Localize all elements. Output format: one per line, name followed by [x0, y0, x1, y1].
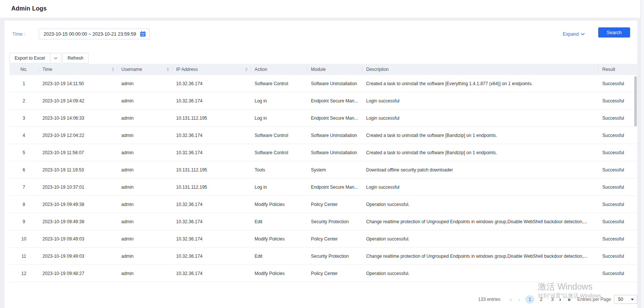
next-page-icon[interactable]: ›	[559, 297, 561, 302]
cell-action: Modify Policies	[250, 236, 307, 242]
cell-action: Modify Policies	[250, 202, 307, 207]
cell-ip: 10.131.112.195	[172, 116, 250, 121]
cell-description: Created a task to uninstall the software…	[362, 133, 598, 138]
search-button[interactable]: Search	[598, 27, 630, 38]
refresh-button[interactable]: Refresh	[62, 53, 89, 63]
page-number-3[interactable]: 3	[548, 295, 557, 303]
table-row: 82023-10-19 09:49:38admin10.32.36.174Mod…	[9, 196, 637, 213]
expand-label: Expand	[563, 32, 579, 37]
table-header: No.TimeUsernameIP AddressActionModuleDes…	[9, 64, 637, 75]
cell-time: 2023-10-19 09:49:38	[38, 219, 117, 224]
cell-username: admin	[117, 167, 172, 173]
cell-no: 11	[9, 254, 38, 259]
column-header-username[interactable]: Username	[117, 64, 172, 75]
page-number-1[interactable]: 1	[525, 295, 534, 303]
column-header-description: Description	[362, 64, 598, 75]
cell-action: Software Control	[250, 150, 307, 155]
cell-description: Download offline security patch download…	[362, 167, 598, 173]
cell-username: admin	[117, 98, 172, 104]
column-header-ip-address[interactable]: IP Address	[172, 64, 250, 75]
column-label: Module	[311, 67, 326, 72]
table-row: 102023-10-19 09:49:03admin10.32.36.174Mo…	[9, 230, 637, 248]
column-header-time[interactable]: Time	[38, 64, 117, 75]
cell-no: 1	[9, 81, 38, 86]
cell-module: Policy Center	[307, 236, 362, 242]
column-label: Time	[42, 67, 52, 72]
content-card: Time : 2023-10-15 00:00:00 ~ 2023-10-21 …	[5, 21, 637, 308]
cell-description: Change realtime protection of Ungrouped …	[362, 219, 598, 224]
cell-description: Created a task to uninstall the software…	[362, 150, 598, 155]
table-row: 92023-10-19 09:49:38admin10.32.36.174Edi…	[9, 213, 637, 230]
cell-ip: 10.32.36.174	[172, 150, 250, 155]
cell-result: Successful	[598, 98, 637, 104]
cell-action: Modify Policies	[250, 271, 307, 276]
cell-description: Login successful	[362, 116, 598, 121]
cell-action: Tools	[250, 167, 307, 173]
expand-link[interactable]: Expand	[563, 29, 585, 39]
table-row: 42023-10-19 12:04:22admin10.32.36.174Sof…	[9, 127, 637, 144]
cell-no: 2	[9, 98, 38, 104]
table-row: 22023-10-19 14:09:42admin10.32.36.174Log…	[9, 92, 637, 110]
cell-no: 6	[9, 167, 38, 173]
time-range-input[interactable]: 2023-10-15 00:00:00 ~ 2023-10-21 23:59:5…	[39, 29, 150, 39]
page-size-select[interactable]: 50	[614, 295, 637, 304]
window-scrollbar-track[interactable]	[640, 0, 644, 308]
sort-icon[interactable]	[112, 68, 114, 71]
cell-description: Operation successful.	[362, 271, 598, 276]
last-page-icon[interactable]: »	[568, 297, 571, 302]
cell-ip: 10.32.36.174	[172, 236, 250, 242]
cell-result: Successful	[598, 150, 637, 155]
cell-module: Endpoint Secure Man...	[307, 185, 362, 190]
cell-no: 9	[9, 219, 38, 224]
column-label: Username	[121, 67, 142, 72]
cell-time: 2023-10-19 10:37:01	[38, 185, 117, 190]
cell-module: Security Protection	[307, 254, 362, 259]
calendar-icon[interactable]	[140, 31, 146, 37]
cell-action: Log in	[250, 185, 307, 190]
cell-time: 2023-10-19 09:48:27	[38, 271, 117, 276]
first-page-icon[interactable]: «	[510, 297, 513, 302]
cell-time: 2023-10-19 11:19:53	[38, 167, 117, 173]
cell-ip: 10.32.36.174	[172, 133, 250, 138]
cell-username: admin	[117, 236, 172, 242]
table-row: 32023-10-19 14:06:33admin10.131.112.195L…	[9, 110, 637, 127]
cell-module: Policy Center	[307, 202, 362, 207]
cell-time: 2023-10-19 09:49:03	[38, 254, 117, 259]
cell-username: admin	[117, 185, 172, 190]
previous-page-icon[interactable]: ‹	[518, 297, 520, 302]
column-header-no: No.	[9, 64, 38, 75]
column-header-action: Action	[250, 64, 307, 75]
column-label: Description	[366, 67, 389, 72]
page-number-2[interactable]: 2	[537, 295, 546, 303]
cell-action: Software Control	[250, 81, 307, 86]
cell-result: Successful	[598, 202, 637, 207]
cell-description: Operation successful.	[362, 236, 598, 242]
column-label: No.	[20, 67, 27, 72]
sort-icon[interactable]	[167, 68, 169, 71]
export-to-excel-label[interactable]: Export to Excel	[10, 53, 50, 63]
cell-no: 5	[9, 150, 38, 155]
cell-result: Successful	[598, 81, 637, 86]
cell-action: Log in	[250, 98, 307, 104]
cell-no: 3	[9, 116, 38, 121]
cell-no: 8	[9, 202, 38, 207]
cell-description: Created a task to uninstall the software…	[362, 81, 598, 86]
sort-icon[interactable]	[245, 68, 247, 71]
cell-username: admin	[117, 271, 172, 276]
cell-username: admin	[117, 116, 172, 121]
table-scrollbar-thumb[interactable]	[634, 76, 637, 126]
cell-module: Software Uninstallation	[307, 81, 362, 86]
export-dropdown-toggle[interactable]	[50, 53, 61, 63]
table-row: 72023-10-19 10:37:01admin10.131.112.195L…	[9, 179, 637, 196]
cell-ip: 10.32.36.174	[172, 98, 250, 104]
cell-ip: 10.131.112.195	[172, 167, 250, 173]
admin-log-table: No.TimeUsernameIP AddressActionModuleDes…	[9, 64, 637, 282]
cell-result: Successful	[598, 167, 637, 173]
cell-module: Security Protection	[307, 219, 362, 224]
cell-action: Edit	[250, 219, 307, 224]
cell-action: Software Control	[250, 133, 307, 138]
table-row: 112023-10-19 09:49:03admin10.32.36.174Ed…	[9, 248, 637, 265]
cell-ip: 10.32.36.174	[172, 271, 250, 276]
export-to-excel-button[interactable]: Export to Excel	[9, 53, 61, 63]
cell-username: admin	[117, 219, 172, 224]
